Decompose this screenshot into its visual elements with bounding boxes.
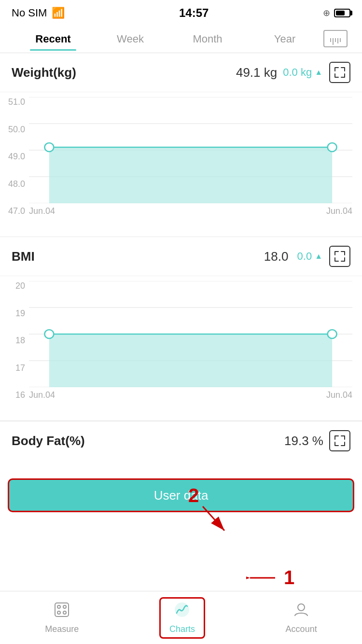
svg-point-28 (298, 604, 305, 611)
bmi-x-start: Jun.04 (29, 390, 55, 400)
measure-icon (54, 602, 70, 621)
bmi-header: BMI 18.0 0.0 ▲ (0, 237, 362, 276)
nav-measure[interactable]: Measure (35, 598, 88, 638)
weight-y-47: 47.0 (4, 206, 25, 216)
weight-change: 0.0 kg (283, 66, 312, 79)
weight-value: 49.1 kg (236, 65, 277, 80)
weight-header: Weight(kg) 49.1 kg 0.0 kg ▲ (0, 53, 362, 92)
nav-account[interactable]: Account (276, 598, 327, 638)
bmi-section: BMI 18.0 0.0 ▲ 20 19 18 17 16 (0, 237, 362, 415)
svg-point-27 (175, 602, 189, 617)
body-fat-value: 19.3 % (284, 434, 323, 448)
weight-y-labels: 51.0 50.0 49.0 48.0 47.0 (0, 97, 29, 216)
weight-x-labels: Jun.04 Jun.04 (29, 203, 352, 216)
bmi-chart-canvas (29, 281, 352, 387)
svg-point-25 (57, 611, 60, 614)
main-content: Weight(kg) 49.1 kg 0.0 kg ▲ 51.0 50.0 49… (0, 53, 362, 591)
weight-expand-button[interactable] (329, 62, 350, 83)
bottom-navigation: Measure Charts Account (0, 591, 362, 644)
bmi-y-20: 20 (4, 281, 25, 291)
bmi-y-17: 17 (4, 363, 25, 373)
weight-x-end: Jun.04 (326, 206, 352, 216)
tab-month[interactable]: Month (169, 27, 246, 50)
bmi-value: 18.0 (264, 249, 289, 264)
bmi-y-16: 16 (4, 390, 25, 400)
user-data-button[interactable]: User data (8, 478, 354, 512)
lock-icon: ⊕ (323, 8, 330, 18)
tab-year[interactable]: Year (246, 27, 323, 50)
svg-point-8 (328, 143, 337, 152)
account-label: Account (286, 624, 317, 634)
body-fat-header: Body Fat(%) 19.3 % (0, 421, 362, 456)
bmi-x-end: Jun.04 (326, 390, 352, 400)
nav-charts[interactable]: Charts (159, 597, 205, 639)
bmi-chart-area: 20 19 18 17 16 (0, 276, 362, 415)
period-tab-bar: Recent Week Month Year (0, 24, 362, 53)
carrier-text: No SIM (12, 7, 47, 19)
weight-x-start: Jun.04 (29, 206, 55, 216)
bmi-direction: ▲ (315, 252, 322, 261)
svg-point-17 (328, 330, 337, 338)
body-fat-title: Body Fat(%) (12, 434, 284, 448)
body-fat-section: Body Fat(%) 19.3 % (0, 421, 362, 471)
svg-point-7 (44, 143, 54, 152)
status-bar: No SIM 📶 14:57 ⊕ (0, 0, 362, 24)
weight-y-50: 50.0 (4, 125, 25, 135)
svg-point-16 (44, 330, 54, 338)
svg-rect-22 (55, 603, 69, 616)
wifi-icon: 📶 (52, 7, 65, 19)
battery-icon (334, 9, 350, 17)
bmi-y-labels: 20 19 18 17 16 (0, 281, 29, 400)
bmi-change: 0.0 (294, 250, 312, 263)
bmi-title: BMI (12, 249, 264, 264)
weight-direction: ▲ (315, 68, 322, 77)
weight-title: Weight(kg) (12, 65, 236, 80)
user-data-label: User data (154, 488, 209, 503)
svg-marker-5 (49, 147, 332, 203)
bmi-expand-button[interactable] (329, 246, 350, 267)
measure-label: Measure (45, 624, 79, 634)
tab-recent[interactable]: Recent (14, 27, 92, 50)
weight-section: Weight(kg) 49.1 kg 0.0 kg ▲ 51.0 50.0 49… (0, 53, 362, 231)
time-display: 14:57 (179, 6, 209, 20)
account-icon (293, 602, 309, 621)
weight-chart-canvas (29, 97, 352, 203)
charts-icon (174, 602, 190, 621)
status-right: ⊕ (323, 8, 350, 18)
charts-label: Charts (169, 624, 195, 634)
status-left: No SIM 📶 (12, 7, 65, 19)
bmi-x-labels: Jun.04 Jun.04 (29, 387, 352, 400)
bmi-y-19: 19 (4, 308, 25, 319)
weight-chart-area: 51.0 50.0 49.0 48.0 47.0 (0, 92, 362, 231)
svg-marker-14 (49, 334, 332, 387)
weight-y-48: 48.0 (4, 179, 25, 189)
body-fat-expand-button[interactable] (329, 430, 350, 451)
weight-y-51: 51.0 (4, 97, 25, 107)
svg-point-24 (63, 605, 66, 608)
svg-point-26 (63, 611, 66, 614)
weight-y-49: 49.0 (4, 152, 25, 162)
tab-week[interactable]: Week (92, 27, 169, 50)
ruler-button[interactable] (323, 30, 348, 47)
svg-point-23 (57, 605, 60, 608)
bmi-y-18: 18 (4, 336, 25, 346)
